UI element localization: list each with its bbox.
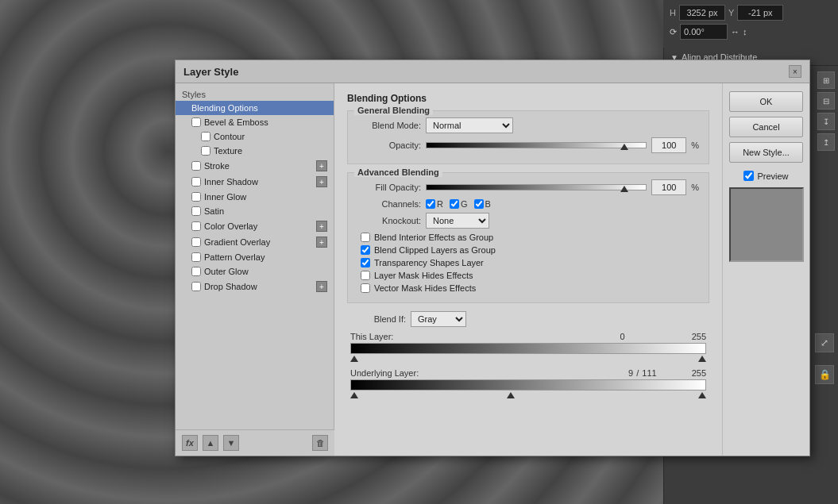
blend-interior-checkbox[interactable] xyxy=(361,233,370,242)
blend-interior-label: Blend Interior Effects as Group xyxy=(374,233,493,242)
sidebar-item-contour[interactable]: Contour xyxy=(176,129,334,144)
opacity-percent: % xyxy=(691,140,699,150)
drop-shadow-checkbox[interactable] xyxy=(191,282,201,291)
channel-b[interactable]: B xyxy=(474,199,491,209)
sidebar-item-inner-shadow[interactable]: Inner Shadow + xyxy=(176,174,334,190)
underlying-layer-gradient[interactable] xyxy=(350,379,706,391)
contour-checkbox[interactable] xyxy=(201,132,210,141)
underlying-min: 9 xyxy=(628,368,633,378)
fill-opacity-track[interactable] xyxy=(426,184,647,190)
preview-checkbox[interactable] xyxy=(743,171,754,181)
vector-mask-hides-checkbox[interactable] xyxy=(361,283,370,293)
drop-shadow-add-btn[interactable]: + xyxy=(316,281,327,292)
underlying-label-row: Underlying Layer: 9 / 111 255 xyxy=(350,368,706,378)
dialog-buttons-panel: OK Cancel New Style... Preview xyxy=(722,83,809,456)
texture-checkbox[interactable] xyxy=(201,146,210,156)
blend-interior-row: Blend Interior Effects as Group xyxy=(361,233,699,242)
stroke-add-btn[interactable]: + xyxy=(316,160,327,171)
this-layer-thumb-right[interactable] xyxy=(698,356,706,362)
color-overlay-checkbox[interactable] xyxy=(191,221,201,231)
underlying-thumb-left[interactable] xyxy=(350,392,358,398)
inner-shadow-checkbox[interactable] xyxy=(191,177,201,187)
new-style-button[interactable]: New Style... xyxy=(729,142,803,163)
opacity-slider-track[interactable] xyxy=(426,142,647,148)
dialog-main: Blending Options General Blending Blend … xyxy=(334,83,722,456)
fx-button[interactable]: fx xyxy=(182,435,198,451)
blend-clipped-row: Blend Clipped Layers as Group xyxy=(361,245,699,255)
sidebar-item-satin[interactable]: Satin xyxy=(176,204,334,218)
satin-checkbox[interactable] xyxy=(191,206,201,216)
layer-mask-hides-checkbox[interactable] xyxy=(361,271,370,280)
sidebar-item-bevel-emboss[interactable]: Bevel & Emboss xyxy=(176,115,334,129)
blend-clipped-checkbox[interactable] xyxy=(361,245,370,255)
move-up-button[interactable]: ▲ xyxy=(203,435,218,451)
move-down-button[interactable]: ▼ xyxy=(223,435,239,451)
lock-icon[interactable]: 🔒 xyxy=(815,365,834,384)
this-layer-slider-section: This Layer: 0 255 xyxy=(350,332,706,364)
this-layer-min: 0 xyxy=(620,332,625,341)
preview-section: Preview xyxy=(729,171,803,268)
sidebar-bottom: fx ▲ ▼ 🗑 xyxy=(176,429,334,456)
inner-shadow-add-btn[interactable]: + xyxy=(316,176,327,187)
delete-button[interactable]: 🗑 xyxy=(312,435,328,451)
sidebar-item-color-overlay[interactable]: Color Overlay + xyxy=(176,218,334,234)
transparency-shapes-checkbox[interactable] xyxy=(361,258,370,267)
transparency-shapes-label: Transparency Shapes Layer xyxy=(374,258,484,267)
this-layer-thumb-left[interactable] xyxy=(350,356,358,362)
h-input[interactable] xyxy=(679,5,725,21)
gradient-overlay-add-btn[interactable]: + xyxy=(316,237,327,248)
bevel-emboss-checkbox[interactable] xyxy=(191,117,201,127)
sidebar-item-inner-glow[interactable]: Inner Glow xyxy=(176,190,334,204)
underlying-thumb-right[interactable] xyxy=(698,392,706,398)
channel-r[interactable]: R xyxy=(426,199,443,209)
sidebar-item-stroke[interactable]: Stroke + xyxy=(176,158,334,174)
close-button[interactable]: × xyxy=(789,65,801,78)
underlying-thumb-mid[interactable] xyxy=(507,392,515,398)
angle-input[interactable] xyxy=(680,24,728,40)
stroke-checkbox[interactable] xyxy=(191,161,201,171)
sidebar-item-texture[interactable]: Texture xyxy=(176,144,334,158)
h-label: H xyxy=(670,8,676,17)
tool-1[interactable]: ⊞ xyxy=(817,71,835,89)
knockout-row: Knockout: None Shallow Deep xyxy=(357,213,699,229)
tool-4[interactable]: ↥ xyxy=(817,133,835,151)
opacity-label: Opacity: xyxy=(357,140,421,150)
inner-glow-checkbox[interactable] xyxy=(191,192,201,202)
transparency-shapes-row: Transparency Shapes Layer xyxy=(361,258,699,267)
blend-mode-select[interactable]: Normal Dissolve Multiply Screen Overlay xyxy=(426,117,513,133)
knockout-select[interactable]: None Shallow Deep xyxy=(426,213,489,229)
opacity-slider-thumb[interactable] xyxy=(620,144,628,150)
sidebar-item-blending-options[interactable]: Blending Options xyxy=(176,101,334,115)
cancel-button[interactable]: Cancel xyxy=(729,117,803,137)
sidebar-item-pattern-overlay[interactable]: Pattern Overlay xyxy=(176,250,334,264)
fill-opacity-row: Fill Opacity: % xyxy=(357,179,699,195)
tool-3[interactable]: ↧ xyxy=(817,113,835,130)
pattern-overlay-checkbox[interactable] xyxy=(191,252,201,262)
sidebar-item-outer-glow[interactable]: Outer Glow xyxy=(176,264,334,279)
this-layer-thumbs xyxy=(350,356,706,364)
blend-if-label: Blend If: xyxy=(350,314,406,324)
this-layer-gradient[interactable] xyxy=(350,343,706,354)
fill-opacity-slider xyxy=(426,184,647,190)
sidebar-item-drop-shadow[interactable]: Drop Shadow + xyxy=(176,279,334,294)
channels: R G B xyxy=(426,199,491,209)
underlying-layer-label: Underlying Layer: xyxy=(350,368,419,378)
outer-glow-checkbox[interactable] xyxy=(191,267,201,276)
blend-if-select[interactable]: Gray Red Green Blue xyxy=(411,311,466,327)
dialog-title-bar[interactable]: Layer Style × xyxy=(176,60,809,83)
fill-opacity-thumb[interactable] xyxy=(620,186,628,192)
opacity-value[interactable] xyxy=(651,137,686,153)
sidebar-item-gradient-overlay[interactable]: Gradient Overlay + xyxy=(176,234,334,250)
general-blending-box: General Blending Blend Mode: Normal Diss… xyxy=(347,110,709,164)
fill-opacity-value[interactable] xyxy=(651,179,686,195)
underlying-layer-slider-section: Underlying Layer: 9 / 111 255 xyxy=(350,368,706,400)
blend-if-row: Blend If: Gray Red Green Blue xyxy=(350,311,706,327)
color-overlay-add-btn[interactable]: + xyxy=(316,221,327,232)
fill-opacity-label: Fill Opacity: xyxy=(357,183,421,192)
gradient-overlay-checkbox[interactable] xyxy=(191,237,201,247)
y-input[interactable] xyxy=(737,5,783,21)
channel-g[interactable]: G xyxy=(450,199,468,209)
expand-icon[interactable]: ⤢ xyxy=(815,333,834,352)
ok-button[interactable]: OK xyxy=(729,91,803,112)
tool-2[interactable]: ⊟ xyxy=(817,92,835,110)
